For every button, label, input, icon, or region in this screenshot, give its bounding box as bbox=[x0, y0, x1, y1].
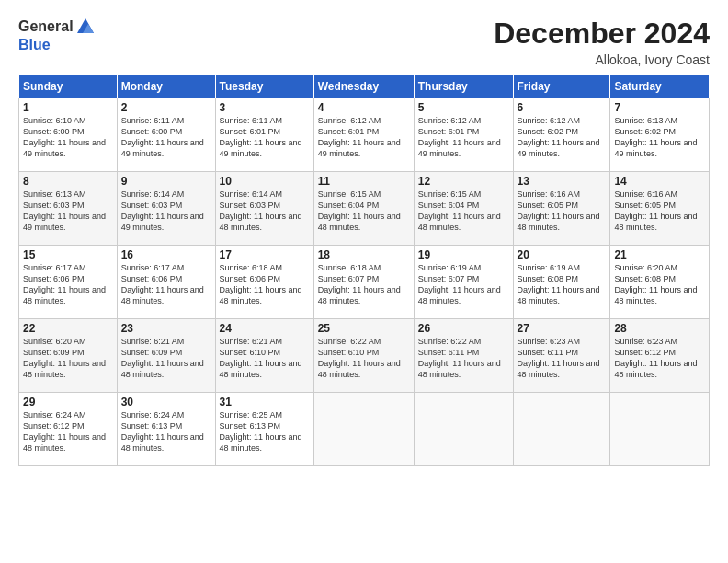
calendar-cell: 24 Sunrise: 6:21 AMSunset: 6:10 PMDaylig… bbox=[215, 319, 313, 393]
location: Allokoa, Ivory Coast bbox=[494, 52, 710, 67]
day-info: Sunrise: 6:20 AMSunset: 6:08 PMDaylight:… bbox=[614, 263, 697, 305]
day-info: Sunrise: 6:12 AMSunset: 6:02 PMDaylight:… bbox=[518, 116, 600, 158]
calendar-cell: 2 Sunrise: 6:11 AMSunset: 6:00 PMDayligh… bbox=[117, 98, 215, 172]
day-number: 14 bbox=[614, 175, 705, 188]
calendar-page: General Blue December 2024 Allokoa, Ivor… bbox=[0, 0, 728, 563]
day-number: 28 bbox=[614, 322, 705, 335]
day-number: 29 bbox=[23, 396, 113, 408]
day-info: Sunrise: 6:19 AMSunset: 6:08 PMDaylight:… bbox=[518, 263, 600, 305]
day-info: Sunrise: 6:14 AMSunset: 6:03 PMDaylight:… bbox=[121, 190, 204, 232]
calendar-cell: 5 Sunrise: 6:12 AMSunset: 6:01 PMDayligh… bbox=[414, 98, 513, 172]
day-number: 3 bbox=[220, 101, 310, 114]
day-info: Sunrise: 6:21 AMSunset: 6:10 PMDaylight:… bbox=[220, 337, 302, 379]
calendar-cell: 31 Sunrise: 6:25 AMSunset: 6:13 PMDaylig… bbox=[215, 393, 313, 466]
day-of-week-header: Sunday bbox=[19, 75, 118, 98]
day-info: Sunrise: 6:15 AMSunset: 6:04 PMDaylight:… bbox=[318, 190, 401, 232]
calendar-cell: 9 Sunrise: 6:14 AMSunset: 6:03 PMDayligh… bbox=[117, 172, 215, 246]
day-info: Sunrise: 6:11 AMSunset: 6:01 PMDaylight:… bbox=[220, 116, 302, 158]
calendar-week-row: 8 Sunrise: 6:13 AMSunset: 6:03 PMDayligh… bbox=[19, 172, 710, 246]
day-of-week-header: Friday bbox=[513, 75, 610, 98]
day-info: Sunrise: 6:21 AMSunset: 6:09 PMDaylight:… bbox=[121, 337, 204, 379]
day-info: Sunrise: 6:13 AMSunset: 6:02 PMDaylight:… bbox=[614, 116, 697, 158]
day-number: 18 bbox=[318, 248, 410, 261]
calendar-cell: 4 Sunrise: 6:12 AMSunset: 6:01 PMDayligh… bbox=[313, 98, 414, 172]
day-info: Sunrise: 6:23 AMSunset: 6:11 PMDaylight:… bbox=[518, 337, 600, 379]
day-info: Sunrise: 6:20 AMSunset: 6:09 PMDaylight:… bbox=[23, 337, 106, 379]
day-number: 23 bbox=[121, 322, 211, 335]
calendar-cell: 17 Sunrise: 6:18 AMSunset: 6:06 PMDaylig… bbox=[215, 246, 313, 319]
day-number: 8 bbox=[23, 175, 113, 188]
calendar-week-row: 29 Sunrise: 6:24 AMSunset: 6:12 PMDaylig… bbox=[19, 393, 710, 466]
calendar-cell bbox=[610, 393, 710, 466]
day-number: 27 bbox=[518, 322, 607, 335]
calendar-cell bbox=[313, 393, 414, 466]
title-block: December 2024 Allokoa, Ivory Coast bbox=[494, 17, 710, 67]
calendar-cell: 7 Sunrise: 6:13 AMSunset: 6:02 PMDayligh… bbox=[610, 98, 710, 172]
day-info: Sunrise: 6:11 AMSunset: 6:00 PMDaylight:… bbox=[121, 116, 204, 158]
calendar-cell: 30 Sunrise: 6:24 AMSunset: 6:13 PMDaylig… bbox=[117, 393, 215, 466]
logo-icon bbox=[75, 17, 96, 37]
day-info: Sunrise: 6:24 AMSunset: 6:12 PMDaylight:… bbox=[23, 410, 106, 453]
calendar-cell: 18 Sunrise: 6:18 AMSunset: 6:07 PMDaylig… bbox=[313, 246, 414, 319]
day-number: 17 bbox=[220, 248, 310, 261]
day-info: Sunrise: 6:24 AMSunset: 6:13 PMDaylight:… bbox=[121, 410, 204, 453]
month-title: December 2024 bbox=[494, 17, 710, 51]
day-number: 13 bbox=[518, 175, 607, 188]
calendar-cell: 11 Sunrise: 6:15 AMSunset: 6:04 PMDaylig… bbox=[313, 172, 414, 246]
day-of-week-header: Saturday bbox=[610, 75, 710, 98]
day-number: 15 bbox=[23, 248, 113, 261]
day-of-week-header: Wednesday bbox=[313, 75, 414, 98]
day-of-week-header: Monday bbox=[117, 75, 215, 98]
calendar-cell: 23 Sunrise: 6:21 AMSunset: 6:09 PMDaylig… bbox=[117, 319, 215, 393]
day-info: Sunrise: 6:13 AMSunset: 6:03 PMDaylight:… bbox=[23, 190, 106, 232]
day-number: 16 bbox=[121, 248, 211, 261]
day-number: 22 bbox=[23, 322, 113, 335]
calendar-cell: 25 Sunrise: 6:22 AMSunset: 6:10 PMDaylig… bbox=[313, 319, 414, 393]
calendar-cell: 12 Sunrise: 6:15 AMSunset: 6:04 PMDaylig… bbox=[414, 172, 513, 246]
calendar-cell: 27 Sunrise: 6:23 AMSunset: 6:11 PMDaylig… bbox=[513, 319, 610, 393]
calendar-cell: 19 Sunrise: 6:19 AMSunset: 6:07 PMDaylig… bbox=[414, 246, 513, 319]
day-info: Sunrise: 6:18 AMSunset: 6:07 PMDaylight:… bbox=[318, 263, 401, 305]
day-info: Sunrise: 6:16 AMSunset: 6:05 PMDaylight:… bbox=[614, 190, 697, 232]
day-number: 21 bbox=[614, 248, 705, 261]
calendar-header-row: SundayMondayTuesdayWednesdayThursdayFrid… bbox=[19, 75, 710, 98]
logo-general: General bbox=[18, 18, 74, 35]
day-number: 10 bbox=[220, 175, 310, 188]
day-of-week-header: Tuesday bbox=[215, 75, 313, 98]
day-info: Sunrise: 6:14 AMSunset: 6:03 PMDaylight:… bbox=[220, 190, 302, 232]
calendar-cell: 21 Sunrise: 6:20 AMSunset: 6:08 PMDaylig… bbox=[610, 246, 710, 319]
logo-blue: Blue bbox=[18, 37, 51, 52]
calendar-cell: 26 Sunrise: 6:22 AMSunset: 6:11 PMDaylig… bbox=[414, 319, 513, 393]
calendar-cell: 29 Sunrise: 6:24 AMSunset: 6:12 PMDaylig… bbox=[19, 393, 118, 466]
day-number: 4 bbox=[318, 101, 410, 114]
calendar-cell: 8 Sunrise: 6:13 AMSunset: 6:03 PMDayligh… bbox=[19, 172, 118, 246]
calendar-cell: 14 Sunrise: 6:16 AMSunset: 6:05 PMDaylig… bbox=[610, 172, 710, 246]
calendar-week-row: 15 Sunrise: 6:17 AMSunset: 6:06 PMDaylig… bbox=[19, 246, 710, 319]
day-number: 25 bbox=[318, 322, 410, 335]
day-number: 12 bbox=[418, 175, 509, 188]
day-info: Sunrise: 6:18 AMSunset: 6:06 PMDaylight:… bbox=[220, 263, 302, 305]
day-info: Sunrise: 6:23 AMSunset: 6:12 PMDaylight:… bbox=[614, 337, 697, 379]
day-number: 1 bbox=[23, 101, 113, 114]
calendar-week-row: 1 Sunrise: 6:10 AMSunset: 6:00 PMDayligh… bbox=[19, 98, 710, 172]
day-number: 9 bbox=[121, 175, 211, 188]
day-info: Sunrise: 6:19 AMSunset: 6:07 PMDaylight:… bbox=[418, 263, 501, 305]
calendar-cell: 22 Sunrise: 6:20 AMSunset: 6:09 PMDaylig… bbox=[19, 319, 118, 393]
day-number: 11 bbox=[318, 175, 410, 188]
day-info: Sunrise: 6:17 AMSunset: 6:06 PMDaylight:… bbox=[121, 263, 204, 305]
day-info: Sunrise: 6:12 AMSunset: 6:01 PMDaylight:… bbox=[318, 116, 401, 158]
day-number: 19 bbox=[418, 248, 509, 261]
calendar-cell: 13 Sunrise: 6:16 AMSunset: 6:05 PMDaylig… bbox=[513, 172, 610, 246]
day-info: Sunrise: 6:17 AMSunset: 6:06 PMDaylight:… bbox=[23, 263, 106, 305]
calendar-cell: 1 Sunrise: 6:10 AMSunset: 6:00 PMDayligh… bbox=[19, 98, 118, 172]
calendar-cell bbox=[513, 393, 610, 466]
day-number: 30 bbox=[121, 396, 211, 408]
calendar-cell: 16 Sunrise: 6:17 AMSunset: 6:06 PMDaylig… bbox=[117, 246, 215, 319]
calendar-cell: 20 Sunrise: 6:19 AMSunset: 6:08 PMDaylig… bbox=[513, 246, 610, 319]
header: General Blue December 2024 Allokoa, Ivor… bbox=[18, 17, 710, 67]
calendar-cell: 15 Sunrise: 6:17 AMSunset: 6:06 PMDaylig… bbox=[19, 246, 118, 319]
day-number: 31 bbox=[220, 396, 310, 408]
calendar-cell: 3 Sunrise: 6:11 AMSunset: 6:01 PMDayligh… bbox=[215, 98, 313, 172]
day-number: 20 bbox=[518, 248, 607, 261]
day-info: Sunrise: 6:12 AMSunset: 6:01 PMDaylight:… bbox=[418, 116, 501, 158]
